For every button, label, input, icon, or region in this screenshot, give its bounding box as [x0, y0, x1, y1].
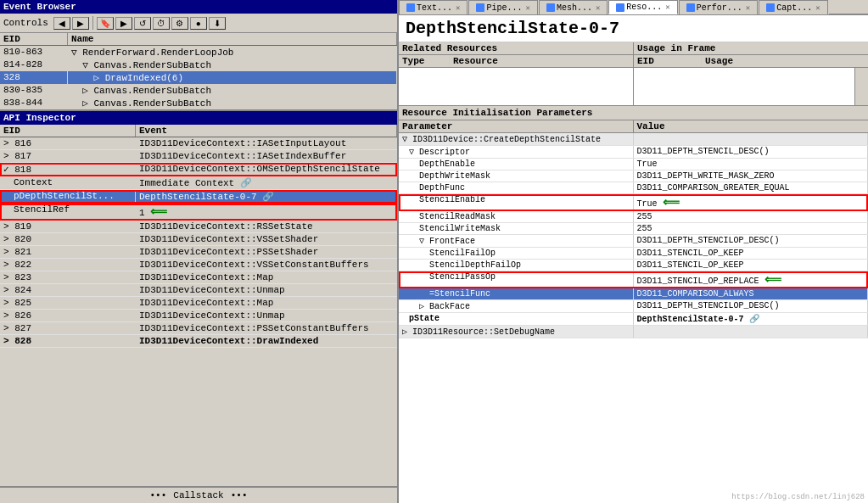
api-eid-header: EID [0, 125, 136, 137]
event-eid: 830-835 [0, 84, 68, 97]
event-row-selected[interactable]: 328 ▷ DrawIndexed(6) [0, 71, 397, 84]
param-row-backface[interactable]: ▷ BackFace D3D11_DEPTH_STENCILOP_DESC() [399, 300, 868, 313]
event-row[interactable]: 838-844 ▷ Canvas.RenderSubBatch [0, 97, 397, 109]
param-row-depthwritemask[interactable]: DepthWriteMask D3D11_DEPTH_WRITE_MASK_ZE… [399, 170, 868, 182]
usage-usage-header: Usage [702, 55, 868, 67]
api-row[interactable]: > 819 ID3D11DeviceContext::RSSetState [0, 221, 397, 233]
tab-capt-icon [766, 3, 775, 12]
param-name: ▽ ID3D11Device::CreateDepthStencilState [399, 133, 634, 145]
tab-mesh[interactable]: Mesh... ✕ [539, 0, 608, 14]
param-row-stencildepthfailop[interactable]: StencilDepthFailOp D3D11_STENCIL_OP_KEEP [399, 260, 868, 271]
api-event: ID3D11DeviceContext::PSSetShader [136, 246, 397, 258]
api-row[interactable]: > 816 ID3D11DeviceContext::IASetInputLay… [0, 137, 397, 150]
event-name: ▷ Canvas.RenderSubBatch [68, 84, 397, 97]
param-row-stencilfunc[interactable]: =StencilFunc D3D11_COMPARISON_ALWAYS [399, 288, 868, 300]
tab-capt-close[interactable]: ✕ [815, 3, 820, 13]
param-row-stencilenable[interactable]: StencilEnable True ⟸ [399, 194, 868, 211]
tab-mesh-close[interactable]: ✕ [596, 3, 600, 13]
api-table-header: EID Event [0, 125, 397, 137]
api-row[interactable]: > 823 ID3D11DeviceContext::Map [0, 271, 397, 284]
api-event-header: Event [136, 125, 397, 137]
tab-spacer [829, 0, 868, 14]
param-row-frontface[interactable]: ▽ FrontFace D3D11_DEPTH_STENCILOP_DESC() [399, 235, 868, 248]
api-eid: > 827 [0, 322, 136, 334]
tab-resource-close[interactable]: ✕ [665, 3, 669, 12]
param-name: ▷ ID3D11Resource::SetDebugName [399, 326, 634, 338]
param-row-depthenable[interactable]: DepthEnable True [399, 159, 868, 170]
usage-scrollbar[interactable] [854, 68, 868, 105]
param-row-stencilwritemask[interactable]: StencilWriteMask 255 [399, 223, 868, 235]
tab-capt[interactable]: Capt... ✕ [759, 0, 827, 14]
param-name: StencilPassOp [399, 271, 634, 288]
param-row-stencilreadmask[interactable]: StencilReadMask 255 [399, 211, 868, 223]
event-row[interactable]: 814-828 ▽ Canvas.RenderSubBatch [0, 59, 397, 71]
nav-back-button[interactable]: ◀ [53, 17, 70, 30]
api-row-pdepth[interactable]: pDepthStencilSt... DepthStencilState-0-7… [0, 190, 397, 204]
eid-col-header: EID [0, 33, 68, 45]
tab-perf[interactable]: Perfor... ✕ [679, 0, 758, 14]
tab-resource[interactable]: Reso... ✕ [608, 0, 677, 14]
param-value: D3D11_STENCIL_OP_KEEP [634, 260, 869, 271]
param-row-setdebugname[interactable]: ▷ ID3D11Resource::SetDebugName [399, 326, 868, 338]
api-event: ID3D11DeviceContext::PSSetConstantBuffer… [136, 322, 397, 334]
api-rows: > 816 ID3D11DeviceContext::IASetInputLay… [0, 137, 397, 486]
event-rows: 810-863 ▽ RenderForward.RenderLoopJob 81… [0, 46, 397, 109]
param-row-pstate[interactable]: pState DepthStencilState-0-7 🔗 [399, 313, 868, 326]
param-value: D3D11_DEPTH_STENCIL_DESC() [634, 146, 869, 158]
param-value: D3D11_COMPARISON_GREATER_EQUAL [634, 182, 869, 193]
api-row[interactable]: > 824 ID3D11DeviceContext::Unmap [0, 284, 397, 297]
tab-mesh-icon [546, 3, 555, 12]
export-button[interactable]: ⬇ [209, 17, 226, 30]
tab-pipe[interactable]: Pipe... ✕ [468, 0, 537, 14]
event-row[interactable]: 830-835 ▷ Canvas.RenderSubBatch [0, 84, 397, 97]
param-row-create[interactable]: ▽ ID3D11Device::CreateDepthStencilState [399, 133, 868, 146]
api-row-818[interactable]: ✓ 818 ID3D11DeviceContext::OMSetDepthSte… [0, 163, 397, 176]
tab-pipe-label: Pipe... [486, 3, 522, 13]
api-event: ID3D11DeviceContext::OMSetDepthStencilSt… [136, 163, 397, 176]
api-row[interactable]: > 822 ID3D11DeviceContext::VSSetConstant… [0, 259, 397, 271]
loop-button[interactable]: ↺ [134, 17, 151, 30]
tab-text-close[interactable]: ✕ [456, 3, 460, 13]
play-button[interactable]: ▶ [115, 17, 132, 30]
api-row-828[interactable]: > 828 ID3D11DeviceContext::DrawIndexed [0, 335, 397, 348]
api-row[interactable]: > 825 ID3D11DeviceContext::Map [0, 297, 397, 310]
tab-pipe-close[interactable]: ✕ [525, 3, 529, 13]
bookmark-button[interactable]: 🔖 [97, 17, 114, 30]
tab-resource-label: Reso... [626, 3, 662, 12]
usage-content [634, 68, 854, 105]
tab-text[interactable]: Text... ✕ [399, 0, 468, 14]
usage-body [634, 68, 868, 105]
timer-button[interactable]: ⏱ [153, 17, 170, 30]
event-row[interactable]: 810-863 ▽ RenderForward.RenderLoopJob [0, 46, 397, 59]
api-eid: > 816 [0, 137, 136, 149]
param-row-descriptor[interactable]: ▽ Descriptor D3D11_DEPTH_STENCIL_DESC() [399, 146, 868, 159]
settings-button[interactable]: ⚙ [171, 17, 188, 30]
api-row[interactable]: > 817 ID3D11DeviceContext::IASetIndexBuf… [0, 150, 397, 163]
api-row[interactable]: > 821 ID3D11DeviceContext::PSSetShader [0, 246, 397, 259]
api-row[interactable]: > 826 ID3D11DeviceContext::Unmap [0, 310, 397, 322]
param-name: ▽ FrontFace [399, 235, 634, 247]
api-row[interactable]: > 827 ID3D11DeviceContext::PSSetConstant… [0, 322, 397, 335]
param-value: D3D11_DEPTH_STENCILOP_DESC() [634, 300, 869, 312]
api-event: ID3D11DeviceContext::IASetInputLayout [136, 137, 397, 149]
param-row-stencilfailop[interactable]: StencilFailOp D3D11_STENCIL_OP_KEEP [399, 248, 868, 260]
param-name: DepthFunc [399, 182, 634, 193]
param-value: D3D11_DEPTH_STENCILOP_DESC() [634, 235, 869, 247]
nav-forward-button[interactable]: ▶ [72, 17, 89, 30]
api-row-stencilref[interactable]: StencilRef 1 ⟸ [0, 204, 397, 221]
api-event: ID3D11DeviceContext::Map [136, 297, 397, 309]
api-event: ID3D11DeviceContext::Unmap [136, 284, 397, 296]
param-col-header: Parameter [399, 120, 634, 132]
param-row-stencilpassop[interactable]: StencilPassOp D3D11_STENCIL_OP_REPLACE ⟸ [399, 271, 868, 288]
param-value: 255 [634, 223, 869, 234]
tab-perf-close[interactable]: ✕ [746, 3, 750, 13]
param-row-depthfunc[interactable]: DepthFunc D3D11_COMPARISON_GREATER_EQUAL [399, 182, 868, 194]
param-name: =StencilFunc [399, 288, 634, 299]
rr-resource-header: Resource [450, 55, 633, 67]
api-row[interactable]: > 820 ID3D11DeviceContext::VSSetShader [0, 233, 397, 246]
api-param-value: DepthStencilState-0-7 🔗 [136, 190, 397, 203]
api-row-context[interactable]: Context Immediate Context 🔗 [0, 176, 397, 190]
tab-perf-icon [686, 3, 695, 12]
watermark: https://blog.csdn.net/linj628 [731, 493, 865, 501]
record-button[interactable]: ● [190, 17, 207, 30]
